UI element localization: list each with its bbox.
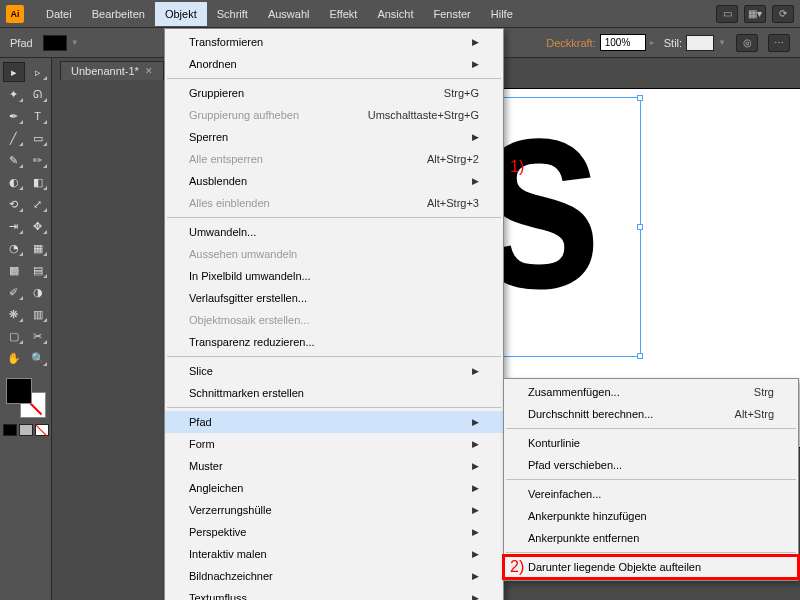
slice-tool[interactable]: ✂ [27, 326, 49, 346]
preferences-button[interactable]: ⋯ [768, 34, 790, 52]
menu-item[interactable]: Vereinfachen... [504, 483, 798, 505]
eraser-tool[interactable]: ◧ [27, 172, 49, 192]
chevron-down-icon[interactable]: ▼ [71, 38, 79, 47]
menu-item[interactable]: Zusammenfügen...Strg [504, 381, 798, 403]
submenu-arrow-icon: ▶ [472, 524, 479, 540]
line-tool[interactable]: ╱ [3, 128, 25, 148]
hand-tool[interactable]: ✋ [3, 348, 25, 368]
rotate-tool[interactable]: ⟲ [3, 194, 25, 214]
chevron-down-icon[interactable]: ▼ [718, 38, 726, 47]
menu-item[interactable]: Anordnen▶ [165, 53, 503, 75]
menu-item[interactable]: Interaktiv malen▶ [165, 543, 503, 565]
menu-item[interactable]: Umwandeln... [165, 221, 503, 243]
lasso-tool[interactable]: ᘏ [27, 84, 49, 104]
menu-item[interactable]: Ankerpunkte hinzufügen [504, 505, 798, 527]
artboard-tool[interactable]: ▢ [3, 326, 25, 346]
submenu-arrow-icon: ▶ [472, 414, 479, 430]
document-setup-button[interactable]: ◎ [736, 34, 758, 52]
menu-item-label: Bildnachzeichner [189, 568, 273, 584]
menu-auswahl[interactable]: Auswahl [258, 2, 320, 26]
menu-item[interactable]: Durchschnitt berechnen...Alt+Strg [504, 403, 798, 425]
menu-item-label: Textumfluss [189, 590, 247, 600]
selection-tool[interactable]: ▸ [3, 62, 25, 82]
tool-palette: ▸ ▹ ✦ ᘏ ✒ T ╱ ▭ ✎ ✏ ◐ ◧ ⟲ ⤢ ⇥ ✥ ◔ ▦ ▩ ▤ … [0, 58, 52, 600]
scale-tool[interactable]: ⤢ [27, 194, 49, 214]
magic-wand-tool[interactable]: ✦ [3, 84, 25, 104]
layout-button[interactable]: ▭ [716, 5, 738, 23]
color-mode-none[interactable] [35, 424, 49, 436]
menu-item[interactable]: Form▶ [165, 433, 503, 455]
menu-schrift[interactable]: Schrift [207, 2, 258, 26]
type-tool[interactable]: T [27, 106, 49, 126]
menu-item-label: Transformieren [189, 34, 263, 50]
workspace-button[interactable]: ▦▾ [744, 5, 766, 23]
menu-objekt[interactable]: Objekt [155, 2, 207, 26]
color-mode-solid[interactable] [3, 424, 17, 436]
menu-item[interactable]: Pfad verschieben... [504, 454, 798, 476]
menu-item[interactable]: Sperren▶ [165, 126, 503, 148]
menu-item-shortcut: Alt+Strg+3 [427, 195, 479, 211]
submenu-arrow-icon: ▶ [472, 173, 479, 189]
opacity-field[interactable]: 100% [600, 34, 646, 51]
style-label: Stil: [664, 37, 682, 49]
perspective-tool[interactable]: ▦ [27, 238, 49, 258]
menu-item[interactable]: Pfad▶ [165, 411, 503, 433]
menu-item[interactable]: Transparenz reduzieren... [165, 331, 503, 353]
graph-tool[interactable]: ▥ [27, 304, 49, 324]
menu-item-label: Zusammenfügen... [528, 384, 620, 400]
blend-tool[interactable]: ◑ [27, 282, 49, 302]
mesh-tool[interactable]: ▩ [3, 260, 25, 280]
submenu-arrow-icon: ▶ [472, 568, 479, 584]
close-icon[interactable]: ✕ [145, 66, 153, 76]
submenu-arrow-icon: ▶ [472, 480, 479, 496]
pencil-tool[interactable]: ✏ [27, 150, 49, 170]
fill-swatch[interactable] [43, 35, 67, 51]
shapebuilder-tool[interactable]: ◔ [3, 238, 25, 258]
menu-effekt[interactable]: Effekt [319, 2, 367, 26]
rectangle-tool[interactable]: ▭ [27, 128, 49, 148]
submenu-arrow-icon: ▶ [472, 502, 479, 518]
menu-item[interactable]: Ausblenden▶ [165, 170, 503, 192]
fill-swatch[interactable] [6, 378, 32, 404]
pen-tool[interactable]: ✒ [3, 106, 25, 126]
menu-hilfe[interactable]: Hilfe [481, 2, 523, 26]
menu-item[interactable]: Darunter liegende Objekte aufteilen [504, 556, 798, 578]
menu-item[interactable]: Transformieren▶ [165, 31, 503, 53]
menu-item[interactable]: Perspektive▶ [165, 521, 503, 543]
zoom-tool[interactable]: 🔍 [27, 348, 49, 368]
menu-item[interactable]: Ankerpunkte entfernen [504, 527, 798, 549]
menu-bearbeiten[interactable]: Bearbeiten [82, 2, 155, 26]
blob-brush-tool[interactable]: ◐ [3, 172, 25, 192]
menu-item[interactable]: Muster▶ [165, 455, 503, 477]
paintbrush-tool[interactable]: ✎ [3, 150, 25, 170]
menu-item-label: Alle entsperren [189, 151, 263, 167]
menu-datei[interactable]: Datei [36, 2, 82, 26]
titlebar-right: ▭ ▦▾ ⟳ [716, 5, 794, 23]
menu-ansicht[interactable]: Ansicht [367, 2, 423, 26]
chevron-down-icon[interactable]: ▸ [650, 38, 654, 47]
sync-button[interactable]: ⟳ [772, 5, 794, 23]
menu-fenster[interactable]: Fenster [423, 2, 480, 26]
color-mode-gradient[interactable] [19, 424, 33, 436]
menu-item[interactable]: Bildnachzeichner▶ [165, 565, 503, 587]
menu-item[interactable]: Textumfluss▶ [165, 587, 503, 600]
menu-item[interactable]: Verzerrungshülle▶ [165, 499, 503, 521]
menu-item-label: Angleichen [189, 480, 243, 496]
menu-item[interactable]: Konturlinie [504, 432, 798, 454]
direct-selection-tool[interactable]: ▹ [27, 62, 49, 82]
document-tab[interactable]: Unbenannt-1* ✕ [60, 61, 164, 80]
eyedropper-tool[interactable]: ✐ [3, 282, 25, 302]
menu-item[interactable]: Schnittmarken erstellen [165, 382, 503, 404]
style-swatch[interactable] [686, 35, 714, 51]
menu-item[interactable]: In Pixelbild umwandeln... [165, 265, 503, 287]
menu-item[interactable]: Slice▶ [165, 360, 503, 382]
menu-item[interactable]: GruppierenStrg+G [165, 82, 503, 104]
menu-item[interactable]: Verlaufsgitter erstellen... [165, 287, 503, 309]
gradient-tool[interactable]: ▤ [27, 260, 49, 280]
symbol-sprayer-tool[interactable]: ❋ [3, 304, 25, 324]
free-transform-tool[interactable]: ✥ [27, 216, 49, 236]
menu-item-shortcut: Alt+Strg [735, 406, 774, 422]
fill-stroke-control[interactable] [6, 378, 46, 418]
width-tool[interactable]: ⇥ [3, 216, 25, 236]
menu-item[interactable]: Angleichen▶ [165, 477, 503, 499]
